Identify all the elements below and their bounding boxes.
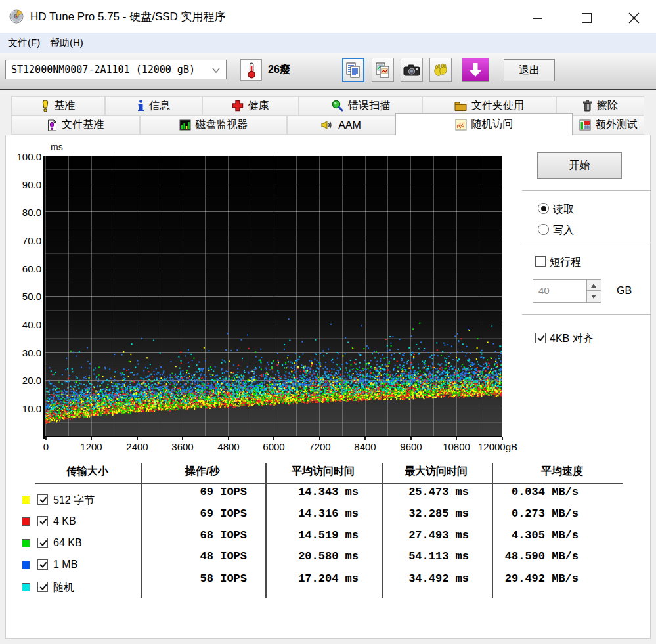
minimize-button[interactable]: [533, 18, 542, 19]
avg-random: 17.204 ms: [260, 572, 359, 585]
max-512b: 25.473 ms: [370, 486, 469, 498]
series-checkbox-4kb[interactable]: [37, 516, 48, 526]
table-header-line: [35, 483, 623, 484]
x-tick: [273, 437, 274, 440]
write-radio[interactable]: [538, 224, 549, 235]
x-tick: [45, 437, 47, 440]
series-checkbox-random[interactable]: [37, 582, 48, 592]
screenshot-button[interactable]: [401, 58, 423, 82]
speaker-icon: [321, 119, 334, 131]
help-hands-button[interactable]: [429, 58, 452, 82]
y-tick-label: 40.0: [12, 319, 41, 330]
series-label-4kb: 4 KB: [53, 515, 76, 527]
menu-file[interactable]: 文件(F): [1, 33, 47, 53]
series-swatch-1mb: [22, 561, 30, 569]
max-1mb: 54.113 ms: [370, 550, 469, 563]
maximize-button[interactable]: [582, 13, 592, 23]
y-tick-label: 70.0: [12, 235, 41, 246]
x-tick-label: 0: [23, 441, 69, 452]
close-button[interactable]: [628, 12, 640, 24]
x-tick: [182, 437, 183, 440]
align-4kb-label: 4KB 对齐: [550, 332, 594, 346]
app-icon: [9, 9, 25, 24]
col-header-max-access: 最大访问时间: [390, 465, 482, 479]
copy-text-button[interactable]: [342, 58, 364, 82]
x-tick-label: 12000gB: [468, 441, 528, 452]
down-arrow-icon: [591, 295, 596, 299]
avg-1mb: 20.580 ms: [260, 550, 359, 563]
drive-selector-value: ST12000NM0007-2A1101 (12000 gB): [11, 64, 195, 75]
thermometer-icon: [241, 60, 261, 80]
y-tick-label: 60.0: [12, 263, 41, 274]
align-4kb-checkbox[interactable]: [535, 333, 546, 343]
x-tick-label: 4800: [206, 441, 251, 452]
speed-random: 29.492 MB/s: [466, 572, 579, 585]
copy-image-button[interactable]: [372, 58, 394, 82]
speed-512b: 0.034 MB/s: [466, 486, 579, 498]
menu-bar: 文件(F) 帮助(H): [0, 33, 656, 53]
tab-label: 磁盘监视器: [196, 118, 248, 132]
start-button[interactable]: 开始: [537, 152, 622, 179]
read-radio[interactable]: [538, 203, 549, 214]
x-tick: [137, 437, 138, 440]
series-label-64kb: 64 KB: [53, 537, 82, 549]
camera-icon: [403, 63, 420, 77]
chevron-down-icon: [211, 66, 221, 75]
y-tick-label: 30.0: [12, 347, 41, 358]
read-label: 读取: [553, 203, 574, 217]
tab-extra-tests[interactable]: 额外测试: [573, 116, 644, 135]
short-stroke-size-input[interactable]: 40: [533, 279, 601, 303]
tab-label: 文件夹使用: [471, 99, 524, 113]
tab-info[interactable]: 信息: [105, 96, 202, 116]
info-icon: [137, 100, 144, 112]
x-tick-label: 1200: [68, 441, 114, 452]
tab-file-benchmark[interactable]: 文件基准: [11, 116, 140, 135]
series-label-1mb: 1 MB: [53, 559, 77, 570]
spin-down-button[interactable]: [587, 291, 601, 302]
title-bar: HD Tune Pro 5.75 - 硬盘/SSD 实用程序: [0, 0, 656, 33]
copy-image-icon: [375, 62, 391, 79]
scatter-canvas: [45, 156, 502, 437]
exit-button[interactable]: 退出: [504, 59, 555, 81]
tab-label: 健康: [248, 99, 269, 113]
toolbar: ST12000NM0007-2A1101 (12000 gB) 26癈: [0, 53, 656, 90]
speed-1mb: 48.590 MB/s: [466, 550, 579, 563]
x-tick: [319, 437, 320, 440]
spin-up-button[interactable]: [587, 280, 601, 291]
tab-label: 额外测试: [596, 118, 638, 132]
tab-random-access[interactable]: 随机访问: [395, 113, 573, 135]
tab-aam[interactable]: AAM: [287, 116, 395, 135]
tab-disk-monitor[interactable]: 磁盘监视器: [140, 116, 287, 135]
tab-benchmark[interactable]: 基准: [11, 96, 105, 116]
drive-selector[interactable]: ST12000NM0007-2A1101 (12000 gB): [5, 60, 227, 79]
tab-label: 擦除: [597, 99, 618, 113]
window-title: HD Tune Pro 5.75 - 硬盘/SSD 实用程序: [30, 9, 226, 24]
short-stroke-checkbox[interactable]: [535, 256, 546, 267]
menu-help[interactable]: 帮助(H): [43, 33, 90, 53]
spin-buttons: [586, 280, 600, 302]
x-tick-label: 2400: [114, 441, 160, 452]
disk-monitor-icon: [179, 119, 191, 131]
y-axis-unit: ms: [51, 142, 63, 152]
separator: [522, 242, 651, 242]
gb-unit-label: GB: [617, 285, 632, 297]
tab-health[interactable]: 健康: [202, 96, 299, 116]
tab-label: 文件基准: [62, 118, 104, 132]
series-checkbox-512b[interactable]: [37, 494, 48, 505]
short-stroke-size-value: 40: [538, 285, 550, 296]
x-tick: [364, 437, 366, 440]
x-tick-label: 9600: [388, 441, 434, 452]
temperature-button[interactable]: [240, 59, 262, 81]
series-checkbox-64kb[interactable]: [37, 538, 48, 548]
save-results-button[interactable]: [462, 58, 489, 82]
col-header-transfer-size: 传输大小: [41, 465, 133, 479]
series-label-random: 随机: [53, 581, 74, 595]
table-divider: [141, 463, 142, 598]
random-access-icon: [455, 119, 467, 131]
download-arrow-icon: [467, 62, 484, 79]
series-checkbox-1mb[interactable]: [37, 559, 48, 570]
max-64kb: 27.493 ms: [370, 529, 469, 542]
tab-label: AAM: [338, 119, 361, 131]
separator: [522, 314, 651, 315]
series-swatch-4kb: [22, 517, 30, 526]
